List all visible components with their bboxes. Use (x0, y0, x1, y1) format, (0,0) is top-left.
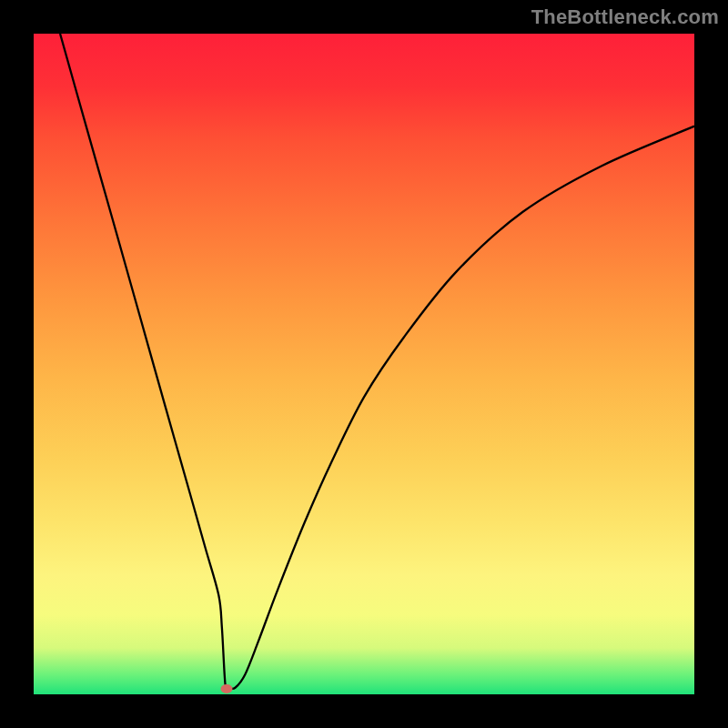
minimum-marker (220, 684, 232, 693)
plot-area (34, 34, 694, 694)
watermark-text: TheBottleneck.com (531, 5, 719, 29)
bottleneck-curve (34, 34, 694, 694)
curve-path (60, 34, 694, 690)
chart-frame: TheBottleneck.com (0, 0, 728, 728)
